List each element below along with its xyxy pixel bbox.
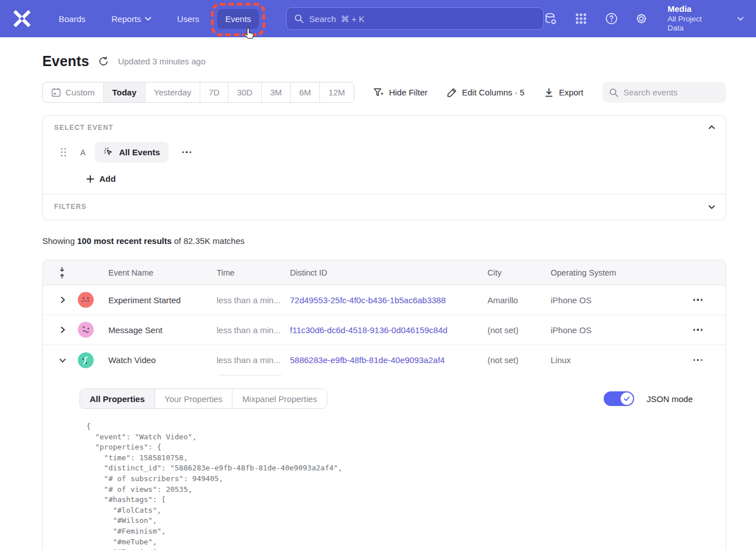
date-option-12m[interactable]: 12M <box>320 82 353 102</box>
edit-columns-label: Edit Columns · 5 <box>462 88 525 97</box>
tab-all-properties[interactable]: All Properties <box>80 389 155 408</box>
cell-city: Amarillo <box>487 295 551 305</box>
cell-time: less than a min... <box>217 355 290 365</box>
project-switcher[interactable]: Media All Project Data <box>667 4 719 34</box>
avatar-face-icon <box>78 352 94 368</box>
project-scope: All Project Data <box>667 15 719 34</box>
column-header-os[interactable]: Operating System <box>551 268 678 277</box>
collapse-all-rows-icon[interactable] <box>58 267 66 279</box>
row-more-options-icon[interactable] <box>690 356 706 365</box>
collapse-section-icon[interactable] <box>708 124 715 131</box>
column-header-distinct-id[interactable]: Distinct ID <box>290 268 487 277</box>
calendar-icon <box>51 88 61 97</box>
pencil-icon <box>447 88 457 98</box>
check-icon <box>623 395 630 402</box>
event-avatar <box>78 292 94 308</box>
date-option-custom-label: Custom <box>65 88 95 97</box>
top-navbar: Boards Reports Users Events <box>0 0 756 37</box>
export-button[interactable]: Export <box>544 88 583 98</box>
download-icon <box>544 88 554 98</box>
cell-city: (not set) <box>487 325 551 335</box>
global-search[interactable] <box>286 7 544 30</box>
expand-row-icon[interactable] <box>59 326 66 333</box>
cell-distinct-id[interactable]: 72d49553-25fc-4f0c-b436-1b5ac6ab3388 <box>290 295 487 305</box>
date-option-6m[interactable]: 6M <box>291 82 320 102</box>
toggle-knob <box>621 392 633 405</box>
last-updated-text: Updated 3 minutes ago <box>118 56 205 66</box>
select-event-label: SELECT EVENT <box>54 124 714 132</box>
avatar-face-icon <box>78 322 94 338</box>
column-header-time[interactable]: Time <box>217 268 290 277</box>
help-icon[interactable] <box>605 12 618 25</box>
date-option-7d[interactable]: 7D <box>200 82 228 102</box>
add-event-button[interactable]: Add <box>86 174 116 184</box>
results-summary: Showing 100 most recent results of 82.35… <box>42 236 726 246</box>
expand-section-icon[interactable] <box>708 203 715 211</box>
cell-os: iPhone OS <box>551 325 678 335</box>
date-option-today[interactable]: Today <box>104 82 146 102</box>
table-row[interactable]: Experiment Started less than a min... 72… <box>43 285 726 315</box>
table-row[interactable]: Message Sent less than a min... f11c30d6… <box>43 315 726 345</box>
filters-section: FILTERS <box>43 194 726 220</box>
select-event-section: SELECT EVENT A All Even <box>43 116 726 194</box>
clause-letter: A <box>79 148 87 157</box>
row-more-options-icon[interactable] <box>690 295 706 304</box>
nav-item-reports[interactable]: Reports <box>104 9 160 29</box>
table-row-expanded[interactable]: Watch Video less than a min... 5886283e-… <box>43 345 726 375</box>
cell-event-name: Message Sent <box>108 325 217 335</box>
data-management-icon[interactable] <box>544 12 557 25</box>
cell-distinct-id[interactable]: 5886283e-e9fb-48fb-81de-40e9093a2af4 <box>290 355 487 365</box>
add-event-label: Add <box>99 174 116 184</box>
collapse-row-icon[interactable] <box>59 357 66 364</box>
nav-item-events[interactable]: Events <box>217 9 259 29</box>
event-selector-button[interactable]: All Events <box>95 142 169 163</box>
date-option-30d[interactable]: 30D <box>228 82 262 102</box>
hand-cursor-icon <box>243 28 256 41</box>
chevron-down-icon[interactable] <box>737 17 744 21</box>
table-header-row: Event Name Time Distinct ID City Operati… <box>43 260 726 285</box>
cell-event-name: Experiment Started <box>108 295 217 305</box>
nav-item-reports-label: Reports <box>112 14 142 24</box>
date-option-custom[interactable]: Custom <box>43 82 104 102</box>
event-json-view[interactable]: { "event": "Watch Video", "properties": … <box>86 421 726 550</box>
tab-your-properties[interactable]: Your Properties <box>155 389 233 408</box>
project-name: Media <box>667 4 719 15</box>
drag-handle-icon[interactable] <box>61 148 68 157</box>
plus-icon <box>86 175 94 183</box>
column-header-city[interactable]: City <box>487 268 551 277</box>
magic-cursor-icon <box>103 147 114 158</box>
search-events-field[interactable] <box>603 82 726 103</box>
date-option-yesterday[interactable]: Yesterday <box>146 82 200 102</box>
refresh-icon[interactable] <box>98 56 109 67</box>
cell-distinct-id[interactable]: f11c30d6-dc6d-4518-9136-0d046159c84d <box>290 325 487 335</box>
apps-grid-icon[interactable] <box>574 12 588 25</box>
nav-item-events-label: Events <box>225 14 251 24</box>
search-events-input[interactable] <box>623 88 719 97</box>
nav-item-users[interactable]: Users <box>169 9 207 29</box>
nav-item-boards[interactable]: Boards <box>51 9 94 29</box>
column-header-event-name[interactable]: Event Name <box>108 268 217 277</box>
event-more-options-icon[interactable] <box>179 148 195 157</box>
date-option-3m[interactable]: 3M <box>262 82 291 102</box>
expand-row-icon[interactable] <box>59 296 66 303</box>
global-search-input[interactable] <box>309 14 535 24</box>
cell-city: (not set) <box>487 355 551 365</box>
events-table: Event Name Time Distinct ID City Operati… <box>42 260 726 550</box>
hide-filter-button[interactable]: Hide Filter <box>373 88 427 98</box>
selected-event-label: All Events <box>119 147 160 157</box>
event-avatar <box>78 322 94 338</box>
search-icon <box>295 14 304 23</box>
cell-os: Linux <box>551 355 678 365</box>
mixpanel-logo-icon[interactable] <box>12 10 32 27</box>
properties-tabs: All Properties Your Properties Mixpanel … <box>80 389 327 409</box>
json-mode-label: JSON mode <box>647 394 693 404</box>
settings-gear-icon[interactable] <box>635 12 648 25</box>
cell-os: iPhone OS <box>551 295 678 305</box>
tab-mixpanel-properties[interactable]: Mixpanel Properties <box>232 389 327 408</box>
row-more-options-icon[interactable] <box>690 325 706 334</box>
edit-columns-button[interactable]: Edit Columns · 5 <box>447 88 525 98</box>
export-label: Export <box>559 88 583 97</box>
event-detail-panel: All Properties Your Properties Mixpanel … <box>43 375 726 550</box>
json-mode-toggle[interactable] <box>604 391 634 406</box>
cell-time: less than a min... <box>217 325 290 335</box>
